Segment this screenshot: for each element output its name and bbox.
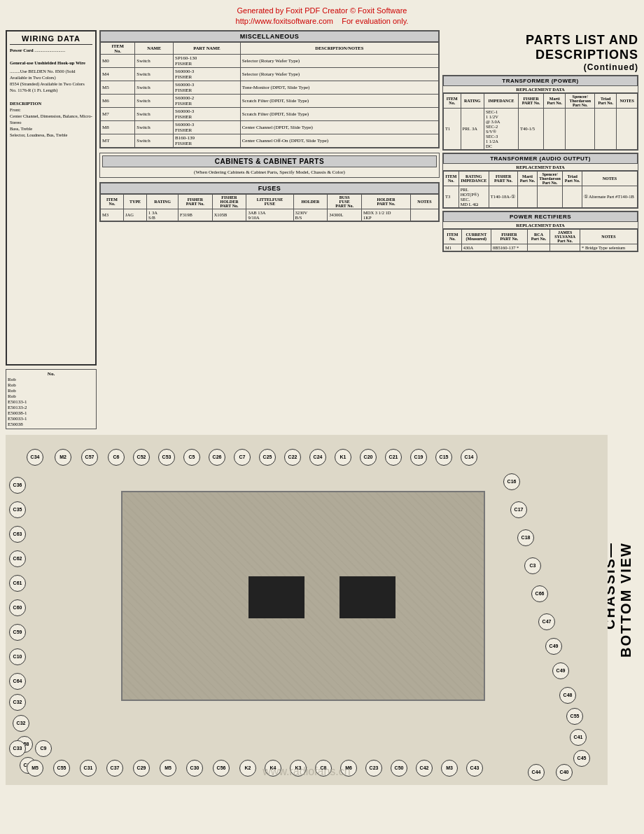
replacement-data-rect-label: REPLACEMENT DATA [443, 222, 638, 229]
comp-c25: C25 [259, 449, 276, 466]
ta-rating-t3: PRI.HOT(P®)SEC.MD L 4Ω [458, 186, 489, 207]
misc-name-mt: Switch [135, 134, 174, 147]
fuse-type-jag: JAG [124, 209, 147, 221]
comp-c59: C59 [9, 624, 26, 641]
comp-c45: C45 [573, 750, 590, 767]
tp-col-marti: MartiPart No. [544, 93, 566, 108]
pr-col-notes: NOTES [580, 229, 638, 244]
misc-part-m5: S60000-3FISHER [174, 81, 241, 94]
ta-col-fisher: FISHERPART No. [489, 171, 517, 186]
comp-c43: C43 [466, 760, 483, 777]
pr-col-fisher: FISHERPART No. [491, 229, 527, 244]
misc-part-m7: S60000-3FISHER [174, 107, 241, 120]
fuse-fisher-holder: X105B [212, 209, 246, 221]
misc-part-m4: S60000-3FISHER [174, 67, 241, 81]
comp-c48: C48 [559, 687, 576, 704]
cabinets-section: CABINETS & CABINET PARTS (When Ordering … [99, 153, 440, 178]
comp-c33: C33 [9, 740, 26, 757]
tp-notes-t1 [617, 108, 638, 149]
ta-col-item: ITEMNo. [444, 171, 459, 186]
component-block-2 [340, 576, 396, 618]
misc-col-part: PART NAME [174, 42, 241, 54]
content-area: WIRING DATA Power Cord .................… [6, 30, 638, 429]
transformer-power-header: TRANSFORMER (POWER) [443, 76, 638, 86]
length-text: No. 1176-R (1 Ft. Length) [10, 87, 92, 93]
comp-c49b: C49 [552, 662, 569, 679]
misc-part-mt: B160-139FISHER [174, 134, 241, 147]
comp-c26: C26 [209, 449, 225, 466]
components-label: DESCRIPTION [10, 100, 92, 106]
misc-name-m7: Switch [135, 107, 174, 120]
item-rob: Rob [8, 377, 94, 382]
header-watermark: Generated by Foxit PDF Creator © Foxit S… [6, 6, 638, 27]
comp-m3: M3 [441, 760, 458, 777]
watermark-url[interactable]: http://www.foxitsoftware.com [236, 17, 333, 25]
rectifiers-table: ITEMNo. CURRENT(Measured) FISHERPART No.… [443, 229, 638, 251]
selector-text: Selector, Loudness, Bus, Treble [10, 132, 92, 138]
table-row: M0 Switch SP160-130FISHER Selector (Rota… [101, 54, 439, 67]
power-rectifiers-section: POWER RECTIFIERS REPLACEMENT DATA ITEMNo… [442, 211, 638, 252]
comp-c42: C42 [416, 760, 433, 777]
watermark-line1: Generated by Foxit PDF Creator © Foxit S… [6, 6, 638, 16]
belden-text: .........Use BELDEN No. 8500 (Sold Avail… [10, 68, 92, 81]
comp-c62: C62 [9, 550, 26, 567]
fuse-fisher-part: F319B [178, 209, 213, 221]
tp-col-fisher: FISHERPART No. [519, 93, 544, 108]
table-row: M3 JAG 1 3AS/B F319B X105B 3AB 13A9/10A … [101, 209, 439, 221]
wiring-box: WIRING DATA Power Cord .................… [6, 30, 97, 366]
item-e50133: E50133-1 [8, 399, 94, 405]
bass-treble: Bass, Treble [10, 125, 92, 132]
comp-c50: C50 [391, 760, 407, 777]
misc-item-m5: M5 [101, 81, 135, 94]
comp-c55a: C55 [566, 708, 583, 725]
comp-c52: C52 [133, 449, 150, 466]
tp-col-triad: TriadPart No. [595, 93, 617, 108]
misc-part-m0: SP160-130FISHER [174, 54, 241, 67]
comp-c55b: C55 [53, 760, 70, 777]
page-container: Generated by Foxit PDF Creator © Foxit S… [0, 0, 644, 834]
item-list: No. Rob Rob Rob Rob E50133-1 E50133-2 E5… [6, 369, 97, 429]
comp-c36: C36 [9, 477, 26, 494]
circuit-board [121, 491, 485, 701]
comp-k1: K1 [335, 449, 351, 466]
item-e50038: E50038 [8, 422, 94, 427]
misc-notes-m8a: Center Channel (DPDT, Slide Type) [240, 120, 438, 134]
table-row: M7 Switch S60000-3FISHER Scratch Filter … [101, 107, 439, 120]
fuse-col-littelfuse-fuse: LITTELFUSEFUSE [246, 194, 293, 209]
comp-c15: C15 [435, 449, 452, 466]
fuse-littelfuse-fuse: 3AB 13A9/10A [246, 209, 293, 221]
item-rob4: Rob [8, 394, 94, 399]
item-rob2: Rob [8, 382, 94, 388]
table-row: M1 430A 8B5160-137 * * Bridge Type selen… [444, 244, 638, 251]
cabinets-header: CABINETS & CABINET PARTS [102, 155, 437, 167]
comp-c44: C44 [528, 764, 545, 781]
comp-c24: C24 [309, 449, 326, 466]
comp-c63: C63 [9, 526, 26, 543]
middle-column: MISCELLANEOUS ITEMNo. NAME PART NAME DES… [99, 30, 440, 429]
comp-c32a: C32 [9, 694, 26, 711]
pr-james-m1 [550, 244, 580, 251]
fuse-col-rating: RATING [147, 194, 178, 209]
sub-title: (Continued) [442, 62, 638, 72]
chassis-section: CHASSIS—BOTTOM VIEW www.radiofans.cn C34… [6, 435, 636, 792]
misc-name-m5: Switch [135, 81, 174, 94]
comp-c31: C31 [80, 760, 97, 777]
misc-col-item: ITEMNo. [101, 42, 135, 54]
tp-col-rating: RATING [461, 93, 484, 108]
pr-notes-m1: * Bridge Type selenium [580, 244, 638, 251]
comp-c35: C35 [9, 501, 26, 518]
ta-spencer-t3 [537, 186, 563, 207]
fuses-section: FUSES ITEMNo. TYPE RATING FISHERPART No.… [99, 182, 440, 222]
fuse-item-m3: M3 [101, 209, 124, 221]
misc-notes-m6: Scratch Filter (DPDT, Slide Type) [240, 94, 438, 107]
comp-c22: C22 [284, 449, 301, 466]
table-row: M4 Switch S60000-3FISHER Selector (Rotar… [101, 67, 439, 81]
misc-notes-m7: Scratch Filter (DPDT, Slide Type) [240, 107, 438, 120]
comp-c57: C57 [81, 449, 98, 466]
ta-col-spencer: Spencer/ThordarsonPart No. [537, 171, 563, 186]
transformer-audio-section: TRANSFORMER (AUDIO OUTPUT) REPLACEMENT D… [442, 153, 638, 209]
cabinets-text: (When Ordering Cabinets & Cabinet Parts,… [102, 169, 437, 175]
pr-col-james: JAMESSYLVANIAPart No. [550, 229, 580, 244]
comp-c16: C16 [503, 473, 520, 490]
fuses-table: ITEMNo. TYPE RATING FISHERPART No. FISHE… [100, 194, 439, 221]
